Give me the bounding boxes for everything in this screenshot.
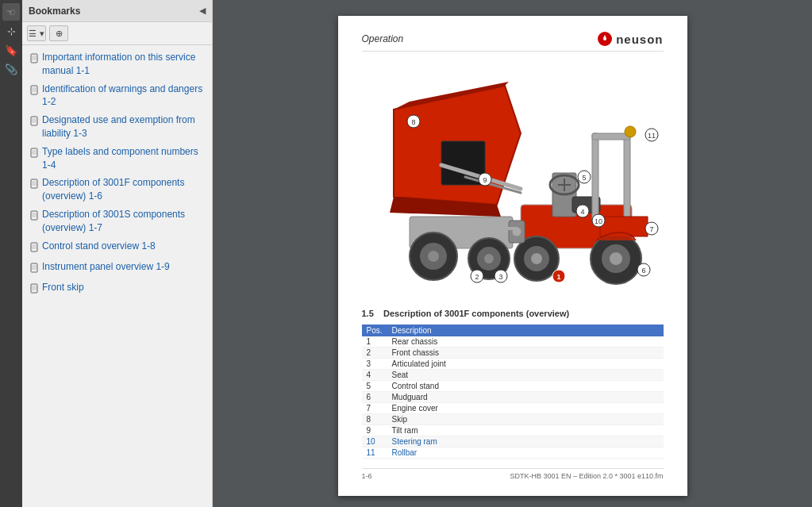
svg-rect-32 (31, 284, 37, 293)
svg-text:6: 6 (641, 267, 645, 275)
table-cell-desc: Rollbar (387, 447, 664, 459)
svg-rect-62 (624, 133, 630, 221)
table-cell-pos: 2 (362, 348, 387, 359)
svg-text:4: 4 (580, 208, 584, 216)
table-cell-pos: 8 (362, 414, 387, 425)
table-row: 6 Mudguard (362, 392, 664, 403)
document-area[interactable]: Operation neuson (213, 0, 812, 507)
bookmarks-panel: Bookmarks ◀ ☰ ▾ ⊕ Important information … (22, 0, 213, 507)
bookmarks-title: Bookmarks (29, 6, 80, 17)
section-title-text: Description of 3001F components (overvie… (383, 309, 569, 318)
svg-point-52 (484, 254, 494, 263)
bookmark-item[interactable]: Instrument panel overview 1-9 (22, 258, 212, 278)
bookmarks-add-btn[interactable]: ⊕ (49, 25, 68, 41)
bookmark-item[interactable]: Description of 3001S components (overvie… (22, 205, 212, 237)
table-cell-desc: Skip (387, 414, 664, 425)
table-cell-pos: 10 (362, 436, 387, 447)
table-row: 9 Tilt ram (362, 425, 664, 436)
bookmark-label: Important information on this service ma… (42, 51, 206, 78)
toolbar-hand-icon[interactable]: ☜ (2, 3, 20, 21)
machine-illustration: 1 2 3 4 5 6 7 8 (362, 60, 664, 298)
bookmark-item[interactable]: Type labels and component numbers 1-4 (22, 143, 212, 175)
bookmark-page-icon (30, 209, 38, 224)
svg-rect-4 (31, 86, 37, 94)
bookmark-page-icon (30, 52, 38, 67)
toolbar-attachment-icon[interactable]: 📎 (2, 60, 20, 78)
bookmark-label: Type labels and component numbers 1-4 (42, 145, 206, 172)
svg-text:2: 2 (475, 273, 479, 281)
bookmarks-view-btn[interactable]: ☰ ▾ (27, 25, 46, 41)
svg-rect-16 (31, 179, 37, 188)
svg-point-42 (610, 252, 622, 265)
table-cell-pos: 6 (362, 392, 387, 403)
table-cell-pos: 3 (362, 359, 387, 370)
document-page: Operation neuson (338, 16, 687, 496)
table-row: 2 Front chassis (362, 348, 664, 359)
table-row: 10 Steering ram (362, 436, 664, 447)
neuson-logo-text: neuson (616, 33, 663, 46)
table-cell-pos: 4 (362, 370, 387, 381)
svg-rect-28 (31, 263, 37, 272)
bookmark-item[interactable]: Description of 3001F components (overvie… (22, 174, 212, 205)
svg-rect-20 (31, 211, 37, 220)
panel-close-icon[interactable]: ◀ (199, 6, 206, 16)
bookmark-label: Front skip (42, 281, 84, 294)
svg-rect-0 (31, 54, 37, 63)
page-logo: neuson (598, 32, 663, 46)
bookmark-label: Description of 3001S components (overvie… (42, 208, 206, 235)
bookmark-item[interactable]: Important information on this service ma… (22, 48, 212, 80)
bookmark-page-icon (30, 261, 38, 276)
bookmark-item[interactable]: Control stand overview 1-8 (22, 237, 212, 258)
svg-rect-8 (31, 117, 37, 125)
bookmark-page-icon (30, 114, 38, 129)
svg-point-49 (428, 251, 439, 262)
table-cell-desc: Seat (387, 370, 664, 381)
bookmark-label: Identification of warnings and dangers 1… (42, 83, 206, 109)
bookmark-item[interactable]: Identification of warnings and dangers 1… (22, 80, 212, 112)
table-cell-desc: Steering ram (387, 436, 664, 447)
bookmark-page-icon (30, 282, 38, 297)
toolbar-bookmark-icon[interactable]: 🔖 (2, 41, 20, 59)
table-row: 1 Rear chassis (362, 336, 664, 348)
doc-ref: SDTK-HB 3001 EN – Edition 2.0 * 3001 e11… (510, 472, 663, 480)
svg-text:11: 11 (647, 132, 655, 140)
bookmarks-list[interactable]: Important information on this service ma… (22, 45, 212, 507)
bookmark-item[interactable]: Front skip (22, 278, 212, 299)
svg-point-45 (531, 253, 542, 264)
bookmark-label: Description of 3001F components (overvie… (42, 176, 206, 203)
bookmark-page-icon (30, 83, 38, 98)
table-cell-desc: Tilt ram (387, 425, 664, 436)
table-cell-pos: 1 (362, 336, 387, 348)
bookmark-item[interactable]: Designated use and exemption from liabil… (22, 111, 212, 143)
bookmark-page-icon (30, 240, 38, 255)
svg-point-64 (625, 126, 636, 137)
page-header: Operation neuson (362, 32, 664, 52)
bookmark-page-icon (30, 146, 38, 161)
table-cell-desc: Articulated joint (387, 359, 664, 370)
page-section-title: Operation (362, 33, 404, 44)
neuson-logo-icon (598, 32, 612, 46)
table-cell-pos: 11 (362, 447, 387, 459)
left-toolbar: ☜ ⊹ 🔖 📎 (0, 0, 22, 507)
table-cell-pos: 9 (362, 425, 387, 436)
table-header-desc: Description (387, 325, 664, 336)
svg-text:5: 5 (582, 174, 586, 182)
bookmarks-toolbar: ☰ ▾ ⊕ (22, 22, 212, 45)
bookmark-label: Instrument panel overview 1-9 (42, 260, 170, 274)
table-row: 5 Control stand (362, 381, 664, 392)
bookmarks-header: Bookmarks ◀ (22, 0, 212, 22)
table-row: 4 Seat (362, 370, 664, 381)
svg-rect-61 (592, 133, 598, 221)
toolbar-select-icon[interactable]: ⊹ (2, 22, 20, 40)
bookmark-label: Control stand overview 1-8 (42, 240, 156, 253)
table-cell-pos: 5 (362, 381, 387, 392)
machine-svg: 1 2 3 4 5 6 7 8 (362, 62, 664, 296)
svg-rect-63 (592, 133, 630, 140)
svg-text:10: 10 (594, 217, 602, 225)
svg-text:1: 1 (556, 273, 560, 281)
bookmark-page-icon (30, 177, 38, 192)
svg-text:3: 3 (498, 273, 502, 281)
section-number: 1.5 (362, 309, 374, 318)
bookmark-label: Designated use and exemption from liabil… (42, 113, 206, 140)
table-row: 3 Articulated joint (362, 359, 664, 370)
